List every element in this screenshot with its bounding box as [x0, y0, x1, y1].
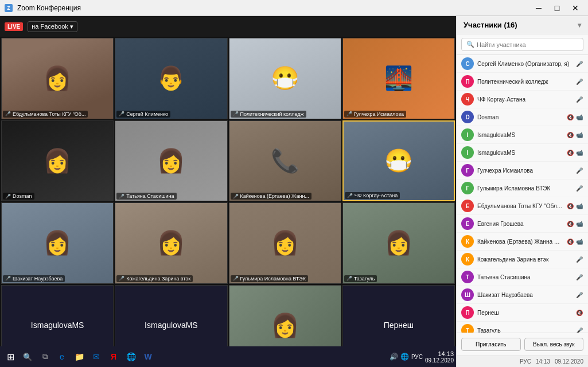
window-title: Zoom Конференция	[17, 4, 81, 12]
participant-item[interactable]: ЕЕвгения Грошева🔇📹	[457, 215, 588, 233]
video-cell-3[interactable]: 😷 🎤 Политехнический колледж	[229, 38, 341, 119]
video-icon: 📹	[575, 239, 583, 245]
mute-icon: 🔇	[566, 114, 574, 120]
video-cell-5[interactable]: 👩 🎤 Dosman	[1, 120, 114, 202]
mute-icon: 🔇	[566, 132, 574, 138]
video-label-8: 🎤 ЧФ Коргау-Астана	[345, 192, 400, 199]
video-icon: 📹	[575, 132, 583, 138]
participant-item[interactable]: IIsmagulovaMS🔇📹	[457, 126, 588, 144]
minimize-button[interactable]: ─	[531, 0, 547, 16]
maximize-button[interactable]: □	[549, 0, 565, 16]
panel-collapse[interactable]: ▾	[578, 21, 581, 29]
participant-item[interactable]: ППернеш🔇	[457, 304, 588, 322]
participant-item[interactable]: IIsmagulovaMS🔇📹	[457, 144, 588, 162]
taskbar-left: ⊞ 🔍 ⧉ e 📁 ✉ Я 🌐 W	[2, 349, 156, 365]
participant-item[interactable]: ССергей Клименко (Организатор, я)🎤	[457, 55, 588, 73]
mute-all-button[interactable]: Выкл. весь звук	[524, 338, 584, 351]
window-controls[interactable]: ─ □ ✕	[531, 0, 583, 16]
participants-panel: Участники (16) ▾ 🔍 ССергей Клименко (Орг…	[456, 16, 588, 367]
panel-header: Участники (16) ▾	[457, 16, 588, 34]
participant-name: Тазагуль	[477, 327, 572, 333]
participant-icons: 🎤	[575, 96, 583, 103]
mute-icon: 🔇	[566, 221, 574, 227]
titlebar: Z Zoom Конференция ─ □ ✕	[0, 0, 588, 16]
video-cell-12[interactable]: 👩 🎤 Тазагуль	[342, 202, 455, 284]
video-cell-1[interactable]: 👩 🎤 Ебдульманова Тоты КГУ "Об...	[1, 38, 114, 119]
participant-item[interactable]: ГГульмира Исламовна ВТЭК🎤	[457, 179, 588, 197]
participant-icons: 🎤	[575, 274, 583, 280]
participant-item[interactable]: ЕЕбдульманова Тоты КГУ "Область...🔇📹	[457, 197, 588, 215]
participant-avatar: Ш	[461, 288, 474, 301]
search-taskbar[interactable]: 🔍	[20, 349, 36, 365]
video-label-1: 🎤 Ебдульманова Тоты КГУ "Об...	[3, 111, 88, 118]
mute-icon: 🔇	[566, 203, 574, 209]
participant-item[interactable]: ТТазагуль🎤	[457, 322, 588, 333]
participant-name: Татьяна Стасишина	[477, 274, 572, 280]
participant-avatar: Ч	[461, 93, 474, 106]
file-explorer[interactable]: 📁	[71, 349, 87, 365]
close-button[interactable]: ✕	[567, 0, 583, 16]
mic-icon: 🎤	[575, 292, 583, 298]
video-cell-11[interactable]: 👩 🎤 Гульмира Исламовна ВТЭК	[229, 202, 341, 284]
video-label-7: 🎤 Кайкенова (Ертаева) Жанн...	[231, 193, 311, 200]
invite-button[interactable]: Пригласить	[461, 338, 521, 351]
participant-icons: 🔇	[575, 310, 583, 316]
main-layout: LIVE на Facebook ▾ 👩 🎤 Ебдульманова Тоты…	[0, 16, 588, 367]
participant-item[interactable]: ГГулчехра Исмаилова🎤	[457, 162, 588, 179]
chrome-icon[interactable]: 🌐	[123, 349, 139, 365]
video-cell-4[interactable]: 🌉 🎤 Гулчехра Исмаилова	[342, 38, 455, 119]
date-indicator: 09.12.2020	[555, 358, 583, 365]
video-cell-7[interactable]: 📞 🎤 Кайкенова (Ертаева) Жанн...	[229, 120, 341, 202]
participant-name: Пернеш	[477, 310, 572, 316]
participant-name: Сергей Клименко (Организатор, я)	[477, 61, 572, 67]
participant-avatar: Г	[461, 182, 474, 194]
mic-icon: 🎤	[575, 327, 583, 333]
participant-name: Кожагельдина Зарина втэк	[477, 256, 572, 263]
participant-item[interactable]: DDosman🔇📹	[457, 108, 588, 126]
video-grid: 👩 🎤 Ебдульманова Тоты КГУ "Об... 👨 🎤 Сер…	[0, 37, 456, 367]
video-cell-9[interactable]: 👩 🎤 Шакизат Наурзбаева	[1, 202, 114, 284]
mail-icon[interactable]: ✉	[88, 349, 104, 365]
facebook-label[interactable]: на Facebook ▾	[28, 21, 77, 32]
word-icon[interactable]: W	[140, 349, 156, 365]
participant-avatar: I	[461, 146, 474, 159]
start-button[interactable]: ⊞	[2, 349, 18, 365]
video-label-11: 🎤 Гульмира Исламовна ВТЭК	[231, 275, 309, 282]
video-label-4: 🎤 Гулчехра Исмаилова	[344, 111, 406, 118]
participant-item[interactable]: ППолитехнический колледж🎤	[457, 73, 588, 91]
participant-name: Гулчехра Исмаилова	[477, 167, 572, 174]
video-cell-10[interactable]: 👩 🎤 Кожагельдина Зарина втэк	[115, 202, 227, 284]
search-input[interactable]	[477, 41, 578, 48]
participant-icons: 🎤	[575, 185, 583, 192]
video-cell-2[interactable]: 👨 🎤 Сергей Клименко	[115, 38, 227, 119]
participant-name: Ебдульманова Тоты КГУ "Область...	[477, 203, 563, 209]
video-icon: 📹	[575, 221, 583, 227]
participant-name: IsmagulovaMS	[477, 150, 563, 156]
participant-item[interactable]: ТТатьяна Стасишина🎤	[457, 268, 588, 286]
participant-name: Dosman	[477, 114, 563, 120]
participant-avatar: Е	[461, 200, 474, 212]
participant-item[interactable]: ККайкенова (Ертаева) Жанна ОФ "...🔇📹	[457, 233, 588, 251]
participant-name: Евгения Грошева	[477, 221, 563, 227]
mic-icon: 🎤	[575, 79, 583, 85]
taskbar-lang: РУС	[411, 354, 423, 360]
participant-avatar: К	[461, 253, 474, 266]
participant-item[interactable]: ЧЧФ Коргау-Астана🎤	[457, 91, 588, 108]
video-label-2: 🎤 Сергей Клименко	[116, 111, 170, 118]
taskbar-right: 🔊 🌐 РУС 14:13 09.12.2020	[390, 350, 454, 364]
task-view[interactable]: ⧉	[37, 349, 53, 365]
edge-icon[interactable]: e	[54, 349, 70, 365]
video-label-9: 🎤 Шакизат Наурзбаева	[3, 275, 65, 282]
panel-title: Участники (16)	[464, 21, 517, 29]
mic-icon: 🎤	[575, 256, 583, 263]
participant-icons: 🎤	[575, 79, 583, 85]
video-label-3: 🎤 Политехнический колледж	[231, 111, 306, 118]
participant-name: Кайкенова (Ертаева) Жанна ОФ "...	[477, 239, 563, 245]
participant-item[interactable]: ШШакизат Наурзбаева🎤	[457, 286, 588, 304]
search-input-wrapper[interactable]: 🔍	[461, 38, 583, 51]
video-cell-8[interactable]: 😷 🎤 ЧФ Коргау-Астана	[342, 120, 455, 202]
video-icon: 📹	[575, 114, 583, 120]
participant-item[interactable]: ККожагельдина Зарина втэк🎤	[457, 251, 588, 268]
yandex-icon[interactable]: Я	[106, 349, 122, 365]
video-cell-6[interactable]: 👩 🎤 Татьяна Стасишина	[115, 120, 227, 202]
